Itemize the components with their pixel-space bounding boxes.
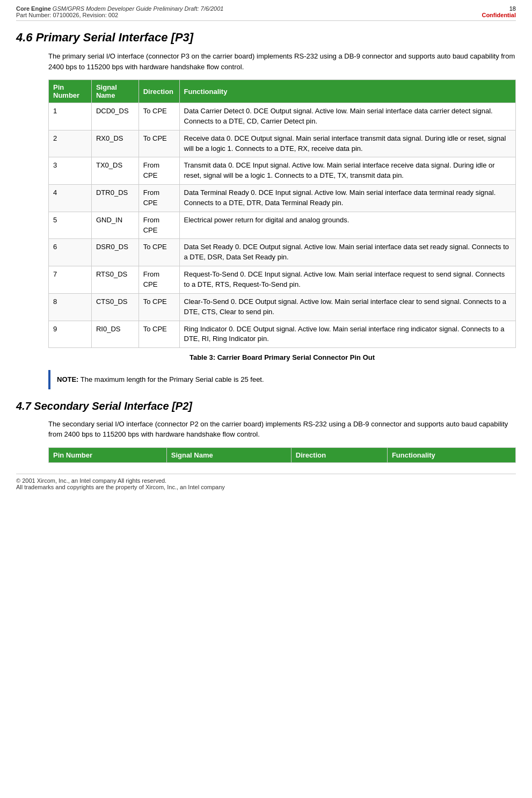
header-part-number: Part Number: 07100026, Revision: 002 xyxy=(16,12,223,18)
cell-direction: To CPE xyxy=(139,293,179,321)
cell-direction: To CPE xyxy=(139,130,179,157)
cell-direction: To CPE xyxy=(139,321,179,348)
table-row: 5 GND_IN From CPE Electrical power retur… xyxy=(49,212,516,239)
page-number: 18 xyxy=(482,5,516,12)
cell-pin: 9 xyxy=(49,321,92,348)
header-right: 18 Confidential xyxy=(482,5,516,18)
table-header-row-2: Pin Number Signal Name Direction Functio… xyxy=(49,447,516,462)
cell-signal: CTS0_DS xyxy=(91,293,139,321)
cell-functionality: Receive data 0. DCE Output signal. Main … xyxy=(179,130,515,157)
page-container: Core Engine GSM/GPRS Modem Developer Gui… xyxy=(0,0,532,501)
cell-signal: DSR0_DS xyxy=(91,239,139,266)
note-block: NOTE: The maximum length for the Primary… xyxy=(48,370,500,389)
confidential-label: Confidential xyxy=(482,12,516,18)
section-47-body: The secondary serial I/O interface (conn… xyxy=(48,419,516,440)
primary-serial-table: Pin Number Signal Name Direction Functio… xyxy=(48,79,516,348)
cell-functionality: Ring Indicator 0. DCE Output signal. Act… xyxy=(179,321,515,348)
table-row: 9 RI0_DS To CPE Ring Indicator 0. DCE Ou… xyxy=(49,321,516,348)
cell-signal: GND_IN xyxy=(91,212,139,239)
col2-functionality: Functionality xyxy=(387,447,515,462)
col2-direction: Direction xyxy=(291,447,387,462)
cell-direction: From CPE xyxy=(139,185,179,212)
cell-signal: DCD0_DS xyxy=(91,103,139,130)
cell-direction: From CPE xyxy=(139,266,179,294)
col-pin-number: Pin Number xyxy=(49,80,92,103)
note-label: NOTE: xyxy=(57,375,78,383)
cell-direction: From CPE xyxy=(139,157,179,185)
table-row: 8 CTS0_DS To CPE Clear-To-Send 0. DCE Ou… xyxy=(49,293,516,321)
table-row: 6 DSR0_DS To CPE Data Set Ready 0. DCE O… xyxy=(49,239,516,266)
cell-functionality: Request-To-Send 0. DCE Input signal. Act… xyxy=(179,266,515,294)
cell-pin: 8 xyxy=(49,293,92,321)
secondary-serial-table: Pin Number Signal Name Direction Functio… xyxy=(48,447,516,463)
cell-signal: TX0_DS xyxy=(91,157,139,185)
footer-line2: All trademarks and copyrights are the pr… xyxy=(16,484,516,490)
table-row: 7 RTS0_DS From CPE Request-To-Send 0. DC… xyxy=(49,266,516,294)
cell-direction: From CPE xyxy=(139,212,179,239)
table-row: 1 DCD0_DS To CPE Data Carrier Detect 0. … xyxy=(49,103,516,130)
table-header-row: Pin Number Signal Name Direction Functio… xyxy=(49,80,516,103)
col-direction: Direction xyxy=(139,80,179,103)
section-47-title: 4.7 Secondary Serial Interface [P2] xyxy=(16,400,516,412)
cell-pin: 1 xyxy=(49,103,92,130)
table-caption: Table 3: Carrier Board Primary Serial Co… xyxy=(48,353,516,361)
cell-functionality: Electrical power return for digital and … xyxy=(179,212,515,239)
footer-line1: © 2001 Xircom, Inc., an Intel company Al… xyxy=(16,477,516,484)
note-text: The maximum length for the Primary Seria… xyxy=(78,375,264,383)
cell-pin: 2 xyxy=(49,130,92,157)
cell-pin: 3 xyxy=(49,157,92,185)
section-46-body: The primary serial I/O interface (connec… xyxy=(48,51,516,72)
cell-functionality: Data Terminal Ready 0. DCE Input signal.… xyxy=(179,185,515,212)
header-left: Core Engine GSM/GPRS Modem Developer Gui… xyxy=(16,5,223,18)
table-row: 3 TX0_DS From CPE Transmit data 0. DCE I… xyxy=(49,157,516,185)
cell-signal: RI0_DS xyxy=(91,321,139,348)
doc-footer: © 2001 Xircom, Inc., an Intel company Al… xyxy=(16,474,516,490)
table-row: 4 DTR0_DS From CPE Data Terminal Ready 0… xyxy=(49,185,516,212)
cell-pin: 5 xyxy=(49,212,92,239)
col2-signal-name: Signal Name xyxy=(166,447,291,462)
cell-direction: To CPE xyxy=(139,239,179,266)
cell-pin: 7 xyxy=(49,266,92,294)
table-row: 2 RX0_DS To CPE Receive data 0. DCE Outp… xyxy=(49,130,516,157)
section-46-title: 4.6 Primary Serial Interface [P3] xyxy=(16,31,516,45)
doc-header: Core Engine GSM/GPRS Modem Developer Gui… xyxy=(16,5,516,21)
cell-signal: RTS0_DS xyxy=(91,266,139,294)
cell-functionality: Clear-To-Send 0. DCE Output signal. Acti… xyxy=(179,293,515,321)
col-signal-name: Signal Name xyxy=(91,80,139,103)
cell-direction: To CPE xyxy=(139,103,179,130)
cell-signal: DTR0_DS xyxy=(91,185,139,212)
cell-functionality: Transmit data 0. DCE Input signal. Activ… xyxy=(179,157,515,185)
col2-pin-number: Pin Number xyxy=(49,447,167,462)
cell-pin: 4 xyxy=(49,185,92,212)
header-title: Core Engine GSM/GPRS Modem Developer Gui… xyxy=(16,5,223,12)
cell-signal: RX0_DS xyxy=(91,130,139,157)
cell-pin: 6 xyxy=(49,239,92,266)
cell-functionality: Data Set Ready 0. DCE Output signal. Act… xyxy=(179,239,515,266)
col-functionality: Functionality xyxy=(179,80,515,103)
cell-functionality: Data Carrier Detect 0. DCE Output signal… xyxy=(179,103,515,130)
